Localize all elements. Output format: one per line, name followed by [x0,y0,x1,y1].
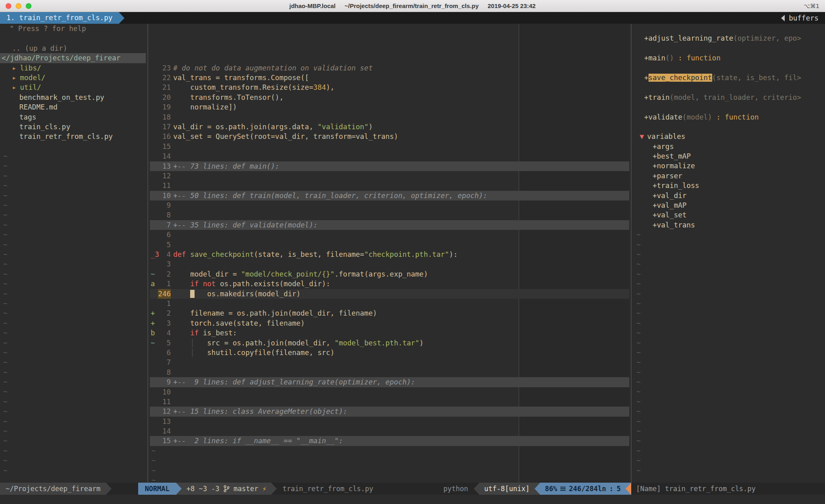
line-number: 13 [158,161,171,171]
sign-column-cell: + [150,318,158,328]
window-separator[interactable] [146,24,150,483]
tag-name: +train_loss [653,182,699,190]
zoom-window-button[interactable] [26,3,31,9]
line-number: 17 [158,122,171,132]
window-separator[interactable] [629,24,633,483]
code-line[interactable]: a1 if not os.path.exists(model_dir): [150,279,629,289]
code-line[interactable]: 3 [150,259,629,269]
empty-line-tilde: ~ [633,299,825,308]
tag-name: +normalize [653,162,695,170]
tree-item-label: train_cls.py [19,123,70,131]
code-line[interactable]: 16val_set = QuerySet(root=val_dir, trans… [150,132,629,141]
code-line[interactable]: 11 [150,181,629,190]
empty-line-tilde: ~ [0,279,146,289]
tag-variable-best_mAP[interactable]: +best_mAP [633,151,825,161]
empty-line-tilde: ~ [633,397,825,407]
tag-variable-val_set[interactable]: +val_set [633,210,825,220]
folded-section[interactable]: 15+-- 2 lines: if __name__ == "__main__"… [150,436,629,446]
code-line[interactable]: 6 │ shutil.copyfile(filename, src) [150,348,629,357]
code-line[interactable]: 9 [150,200,629,210]
tag-name: train [649,93,670,101]
line-number: 18 [158,112,171,122]
code-line[interactable]: 246 os.makedirs(model_dir) [150,289,629,299]
git-branch: master [234,483,258,495]
code-line[interactable]: 19 normalize]) [150,102,629,112]
line-number: 21 [158,83,171,92]
tree-item-up-a-dir[interactable]: .. (up a dir) [0,43,146,53]
tree-item-label: README.md [19,103,58,111]
code-line[interactable]: ~5 │ src = os.path.join(model_dir, "mode… [150,338,629,348]
sign-column-cell [150,73,158,83]
tagbar-kind-header-variables[interactable]: ▼variables [633,132,825,141]
tree-item-tags[interactable]: tags [0,112,146,122]
code-line[interactable]: 1 [150,299,629,308]
code-line[interactable]: 8 [150,368,629,377]
vim-command-line[interactable] [0,495,825,504]
code-line[interactable]: 6 [150,230,629,240]
code-line[interactable]: 8 [150,210,629,220]
tag-variable-parser[interactable]: +parser [633,171,825,181]
tag-variable-train_loss[interactable]: +train_loss [633,181,825,190]
code-line[interactable]: 15 [150,142,629,151]
tag-variable-val_trans[interactable]: +val_trans [633,220,825,230]
code-line[interactable]: 20 transforms.ToTensor(), [150,93,629,102]
folded-section[interactable]: 7+-- 35 lines: def validate(model): [150,220,629,230]
tag-variable-val_mAP[interactable]: +val_mAP [633,200,825,210]
tree-item-jdhao-projects-deep-firear[interactable]: </jdhao/Projects/deep_firear [0,53,146,63]
code-line[interactable]: 7 [150,357,629,367]
code-line[interactable]: 13 [150,417,629,426]
tree-item-libs[interactable]: ▸libs/ [0,63,146,73]
tag-function-adjust_learning_rate[interactable]: +adjust_learning_rate(optimizer, epo> [633,33,825,43]
code-line[interactable]: _34def save_checkpoint(state, is_best, f… [150,250,629,259]
line-text: custom_transform.Resize(size=384), [171,83,334,92]
code-line[interactable]: 10 [150,387,629,397]
tag-function-main[interactable]: +main() : function [633,53,825,63]
tree-item-util[interactable]: ▸util/ [0,83,146,92]
folded-section[interactable]: 12+-- 15 lines: class AverageMeter(objec… [150,407,629,416]
tree-item-model[interactable]: ▸model/ [0,73,146,83]
tag-function-validate[interactable]: +validate(model) : function [633,112,825,122]
code-line[interactable]: +2 filename = os.path.join(model_dir, fi… [150,308,629,318]
line-number: 15 [158,436,171,446]
folded-section[interactable]: 13+-- 73 lines: def main(): [150,161,629,171]
tag-variable-normalize[interactable]: +normalize [633,161,825,171]
code-line[interactable]: 14 [150,151,629,161]
code-line[interactable]: ~2 model_dir = "model/check_point/{}".fo… [150,269,629,279]
tree-item-readme-md[interactable]: README.md [0,102,146,112]
powerline-separator [271,483,277,495]
buffers-label[interactable]: buffers [789,14,819,22]
tag-variable-val_dir[interactable]: +val_dir [633,191,825,200]
empty-line-tilde: ~ [0,397,146,407]
code-line[interactable]: b4 if is_best: [150,328,629,338]
folded-section[interactable]: 10+-- 50 lines: def train(model, train_l… [150,191,629,200]
filetype-label: python [438,483,474,495]
tagbar-blank-line [633,24,825,33]
code-line[interactable]: 23# do not do data augmentation on valid… [150,63,629,73]
tree-item-benchmark-on-test-py[interactable]: benchmark_on_test.py [0,93,146,102]
tree-item-press-for-help[interactable]: " Press ? for help [0,24,146,33]
tag-function-train[interactable]: +train(model, train_loader, criterio> [633,93,825,102]
code-line[interactable]: 5 [150,240,629,250]
folded-section[interactable]: 9+-- 9 lines: def adjust_learning_rate(o… [150,377,629,387]
line-number: 20 [158,93,171,102]
code-line[interactable]: 11 [150,397,629,407]
tag-variable-args[interactable]: +args [633,142,825,151]
tag-kind: : function [712,113,759,121]
empty-line-tilde: ~ [0,269,146,279]
tab-arrow-separator [119,12,124,24]
line-text [171,299,173,308]
code-line[interactable]: 12 [150,171,629,181]
code-line[interactable]: 21 custom_transform.Resize(size=384), [150,83,629,92]
line-text: filename = os.path.join(model_dir, filen… [171,308,377,318]
code-line[interactable]: 14 [150,426,629,436]
tab-train-retr-from-cls[interactable]: 1. train_retr_from_cls.py [0,12,119,24]
code-line[interactable]: 22val_trans = transforms.Compose([ [150,73,629,83]
code-line[interactable]: +3 torch.save(state, filename) [150,318,629,328]
code-line[interactable]: 17val_dir = os.path.join(args.data, "val… [150,122,629,132]
tag-function-save_checkpoint[interactable]: +save_checkpoint(state, is_best, fil> [633,73,825,83]
minimize-window-button[interactable] [16,3,21,9]
tree-item-train-cls-py[interactable]: train_cls.py [0,122,146,132]
code-line[interactable]: 18 [150,112,629,122]
tree-item-train-retr-from-cls-py[interactable]: train_retr_from_cls.py [0,132,146,141]
close-window-button[interactable] [6,3,11,9]
